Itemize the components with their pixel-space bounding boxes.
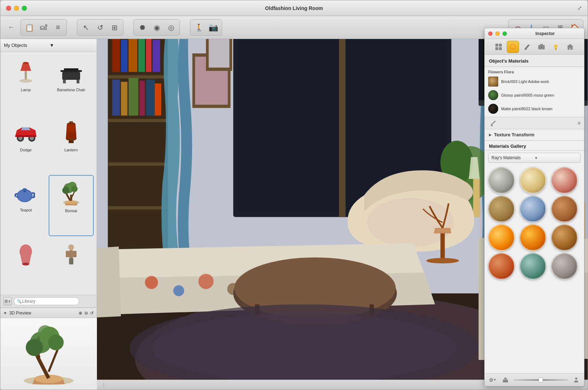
svg-rect-61 (112, 79, 120, 116)
object-item-teapot[interactable]: Teapot (3, 175, 49, 237)
svg-rect-64 (139, 81, 145, 116)
eyedropper-button[interactable] (488, 118, 498, 128)
figure-thumbnail (57, 239, 85, 268)
material-name-black: Matte paint/8022 black brown (501, 106, 553, 111)
tab-camera[interactable] (535, 41, 548, 53)
svg-rect-60 (152, 40, 160, 72)
inspector-slider[interactable] (513, 379, 568, 381)
render-mode3-button[interactable]: ◎ (165, 21, 177, 34)
materials-list: Flowers Flora Brick/003 Light Adobe-work… (485, 67, 584, 117)
zoom-in-button[interactable]: ⊕ (79, 311, 82, 316)
svg-rect-6 (64, 68, 78, 70)
rotate-tool-button[interactable]: ↺ (94, 21, 107, 34)
object-item-lamp[interactable]: Lamp (3, 55, 49, 115)
resize-handle[interactable]: ⋮ (101, 382, 106, 388)
gallery-dropdown-arrow-icon: ▼ (534, 156, 577, 160)
svg-rect-7 (63, 80, 66, 83)
vase-thumbnail (11, 239, 40, 268)
svg-point-95 (173, 285, 184, 296)
tab-edit[interactable] (521, 41, 533, 53)
back-button[interactable]: ← (5, 21, 18, 34)
gear-button[interactable]: ⚙ ▼ (3, 297, 12, 306)
svg-point-120 (511, 44, 515, 48)
gallery-item-gray-floral[interactable] (488, 167, 515, 194)
preview-header: ▼ 3D Preview ⊕ ⊖ ↺ (0, 308, 97, 318)
close-button[interactable] (6, 6, 11, 11)
inspector-person-button[interactable] (571, 375, 581, 385)
gallery-item-blue-argyle[interactable] (520, 196, 546, 222)
gallery-item-orange-fabric[interactable] (488, 253, 515, 279)
svg-rect-134 (491, 125, 493, 126)
tab-materials[interactable] (507, 41, 519, 53)
gallery-item-teal-fabric[interactable] (520, 253, 546, 279)
lantern-thumbnail (57, 118, 85, 146)
object-item-lantern[interactable]: Lantern (49, 115, 94, 175)
minimize-button[interactable] (14, 6, 19, 11)
inspector-panel: Inspector (484, 39, 584, 386)
gallery-item-wood-texture[interactable] (551, 224, 578, 251)
object-item-car[interactable]: Dodge (3, 115, 49, 175)
list-button[interactable]: ≡ (52, 21, 64, 34)
inspector-gear-arrow-icon: ▼ (494, 378, 496, 381)
gallery-dropdown[interactable]: Ray's Materials ▼ (488, 153, 580, 163)
walk-button[interactable]: 🚶 (192, 21, 205, 34)
preview-collapse-icon[interactable]: ▼ (3, 311, 7, 315)
tab-home[interactable] (564, 41, 576, 53)
left-panel: My Objects ▼ Lamp (0, 39, 97, 390)
objects-dropdown-label: My Objects (4, 43, 48, 48)
zoom-out-button[interactable]: ⊖ (84, 311, 88, 316)
reset-view-button[interactable]: ↺ (90, 311, 94, 316)
texture-expand-icon[interactable]: ▶ (489, 133, 492, 137)
tab-objects[interactable] (493, 41, 505, 53)
texture-transform-row[interactable]: ▶ Texture Transform (489, 132, 580, 137)
slider-thumb[interactable] (539, 377, 543, 382)
material-item-moss[interactable]: Glossy paint/6005 moss green (485, 88, 584, 102)
gallery-item-amber-solid[interactable] (520, 224, 546, 251)
object-item-vase[interactable] (3, 236, 49, 292)
material-swatch-brick (488, 77, 498, 87)
objects-dropdown[interactable]: My Objects ▼ (0, 39, 97, 52)
render-mode2-button[interactable]: ◉ (150, 21, 163, 34)
snap-tool-button[interactable]: ⊞ (108, 21, 121, 34)
gallery-item-brown-brocade[interactable] (488, 196, 515, 222)
tab-lighting[interactable] (550, 41, 562, 53)
preview-controls: ⊕ ⊖ ↺ (79, 311, 94, 316)
gallery-item-rust-texture[interactable] (551, 196, 578, 222)
material-name-brick: Brick/003 Light Adobe-work (501, 79, 549, 84)
inspector-tabs (485, 39, 584, 55)
render-mode1-button[interactable]: ⏺ (136, 21, 149, 34)
gallery-item-red-floral[interactable] (551, 167, 578, 194)
material-item-brick[interactable]: Brick/003 Light Adobe-work (485, 75, 584, 88)
svg-rect-79 (473, 179, 480, 217)
inspector-gear-button[interactable]: ⚙ ▼ (487, 375, 498, 385)
expand-icon[interactable]: ⤢ (577, 5, 582, 11)
library-button[interactable]: 📋 (23, 21, 36, 34)
svg-rect-62 (121, 82, 127, 116)
chair-thumbnail (57, 58, 85, 86)
toolbar-group-tools: ↖ ↺ ⊞ (77, 19, 123, 36)
camera-button[interactable]: 📷 (207, 21, 220, 34)
svg-point-94 (145, 276, 158, 289)
toolbar-group-library: 📋 🛋 ≡ (20, 19, 67, 36)
svg-rect-68 (237, 39, 339, 213)
maximize-button[interactable] (22, 6, 27, 11)
svg-point-124 (541, 46, 543, 48)
svg-point-96 (199, 274, 214, 289)
search-input[interactable] (14, 297, 79, 305)
object-item-chair[interactable]: Barselona Chair (49, 55, 94, 115)
svg-rect-13 (15, 135, 36, 137)
svg-point-31 (68, 244, 74, 250)
gallery-title: Materials Gallery (489, 143, 526, 149)
objects-button[interactable]: 🛋 (37, 21, 50, 34)
select-tool-button[interactable]: ↖ (79, 21, 92, 34)
gallery-item-cream-floral[interactable] (520, 167, 546, 194)
tools-menu-button[interactable]: ≡ (578, 120, 580, 126)
gallery-item-gray-texture[interactable] (551, 253, 578, 279)
object-item-figure[interactable] (49, 236, 94, 292)
material-item-black[interactable]: Matte paint/8022 black brown (485, 102, 584, 116)
object-item-bonsai[interactable]: Bonsai (49, 175, 94, 237)
svg-rect-65 (146, 79, 155, 116)
material-swatch-moss (488, 90, 498, 100)
inspector-import-button[interactable] (500, 375, 510, 385)
gallery-item-orange-solid[interactable] (488, 224, 515, 251)
